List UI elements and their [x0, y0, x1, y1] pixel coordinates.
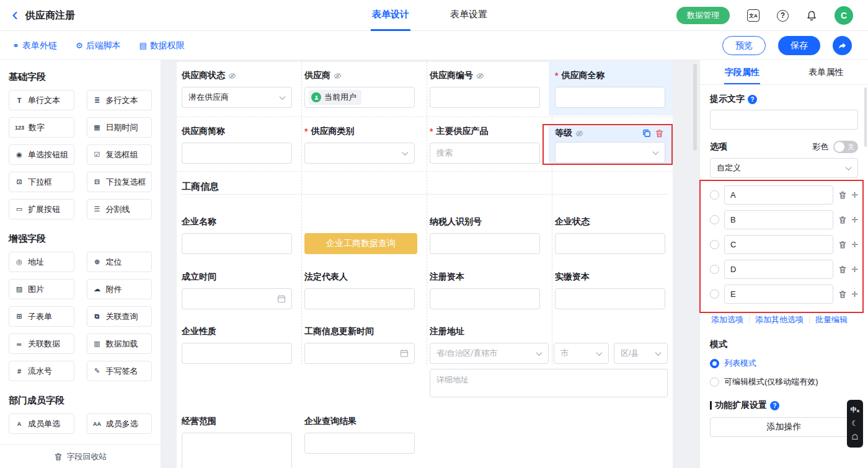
sidebar-field-item[interactable]: ☑复选框组 [87, 144, 153, 165]
bell-icon[interactable] [806, 10, 817, 21]
batch-edit-link[interactable]: 批量编辑 [810, 314, 853, 325]
translate-icon[interactable]: 文A [747, 9, 760, 22]
option-move-icon[interactable]: ✛ [851, 216, 858, 224]
city-select[interactable]: 市 [554, 343, 609, 364]
sidebar-field-item[interactable]: ⊟下拉复选框 [87, 172, 153, 192]
option-delete-icon[interactable] [838, 290, 847, 299]
option-move-icon[interactable]: ✛ [851, 191, 858, 199]
option-radio[interactable] [710, 240, 719, 249]
preview-button[interactable]: 预览 [722, 36, 766, 55]
option-move-icon[interactable]: ✛ [851, 241, 858, 249]
supplier-full-name-input[interactable] [555, 87, 665, 108]
avatar[interactable]: C [835, 6, 853, 25]
tab-form-settings[interactable]: 表单设置 [449, 0, 489, 31]
field-established-date[interactable]: 成立时间 [182, 271, 292, 309]
district-select[interactable]: 区/县 [614, 343, 668, 364]
option-radio[interactable] [710, 215, 719, 224]
add-option-link[interactable]: 添加选项 [710, 314, 749, 325]
sidebar-field-item[interactable]: ⊞子表单 [9, 306, 74, 327]
panel-scrollbar[interactable] [864, 87, 867, 147]
sidebar-field-item[interactable]: ∞关联数据 [9, 333, 74, 354]
option-radio[interactable] [710, 190, 719, 200]
copy-field-button[interactable] [640, 127, 653, 139]
field-company-nature[interactable]: 企业性质 [182, 325, 292, 364]
option-radio[interactable] [710, 265, 719, 274]
field-company-status[interactable]: 企业状态 [555, 216, 665, 254]
data-permission-link[interactable]: ▤数据权限 [140, 40, 185, 51]
save-button[interactable]: 保存 [778, 36, 820, 55]
sidebar-field-item[interactable]: ⊕定位 [87, 252, 153, 272]
address-detail-input[interactable]: 详细地址 [430, 369, 668, 397]
sidebar-field-item[interactable]: 123数字 [9, 117, 74, 138]
paid-capital-input[interactable] [555, 288, 665, 309]
option-delete-icon[interactable] [838, 265, 847, 274]
business-update-time-input[interactable] [304, 343, 415, 364]
option-delete-icon[interactable] [838, 216, 847, 224]
sidebar-field-item[interactable]: T单行文本 [9, 90, 74, 110]
color-toggle[interactable]: 关 [833, 141, 858, 153]
tax-id-input[interactable] [430, 233, 540, 254]
option-move-icon[interactable]: ✛ [851, 265, 858, 273]
established-date-input[interactable] [182, 288, 292, 309]
sidebar-field-item[interactable]: ▭扩展按钮 [9, 199, 74, 219]
sidebar-field-item[interactable]: ▦日期时间 [87, 117, 153, 138]
field-company-name[interactable]: 企业名称 [182, 216, 292, 254]
field-supplier-category[interactable]: *供应商类别 [304, 125, 415, 164]
field-query-result[interactable]: 企业查询结果 [304, 415, 415, 454]
company-status-input[interactable] [555, 233, 665, 254]
field-supplier-status[interactable]: 供应商状态 潜在供应商 [182, 69, 292, 108]
supplier-category-select[interactable] [304, 143, 415, 164]
supplier-input[interactable]: 当前用户 [304, 87, 415, 108]
field-supplier-code[interactable]: 供应商编号 [430, 69, 540, 108]
field-supplier-short-name[interactable]: 供应商简称 [182, 125, 292, 164]
grade-select[interactable] [555, 142, 665, 163]
back-button[interactable] [10, 11, 20, 20]
dark-mode-icon[interactable]: ☾ [852, 420, 859, 427]
option-delete-icon[interactable] [838, 241, 847, 249]
field-paid-capital[interactable]: 实缴资本 [555, 271, 665, 309]
tab-field-properties[interactable]: 字段属性 [700, 60, 784, 84]
business-scope-textarea[interactable] [182, 433, 292, 468]
option-text-input[interactable] [724, 185, 833, 205]
query-result-input[interactable] [304, 433, 415, 454]
option-text-input[interactable] [724, 210, 833, 229]
share-button[interactable] [833, 36, 852, 55]
sidebar-field-item[interactable]: ◎地址 [9, 252, 74, 272]
sidebar-field-item[interactable]: ⊡下拉框 [9, 172, 74, 192]
help-icon[interactable]: ? [748, 95, 757, 104]
sidebar-field-item[interactable]: ▨图片 [9, 279, 74, 299]
field-main-products[interactable]: *主要供应产品 搜索 [430, 125, 540, 164]
sidebar-field-item[interactable]: AA成员多选 [87, 413, 153, 434]
province-select[interactable]: 省/自治区/直辖市 [430, 343, 549, 364]
delete-field-button[interactable] [653, 127, 665, 139]
field-recycle-bin[interactable]: 字段回收站 [0, 444, 161, 468]
help-icon[interactable]: ? [770, 401, 779, 410]
field-business-update-time[interactable]: 工商信息更新时间 [304, 325, 415, 364]
main-products-input[interactable]: 搜索 [430, 143, 540, 164]
hint-text-input[interactable] [710, 110, 858, 130]
field-tax-id[interactable]: 纳税人识别号 [430, 216, 540, 254]
option-text-input[interactable] [724, 260, 833, 279]
supplier-status-select[interactable]: 潜在供应商 [182, 87, 292, 108]
option-text-input[interactable] [724, 235, 833, 254]
sidebar-field-item[interactable]: ☰分割线 [87, 199, 153, 219]
mode-list-option[interactable]: 列表模式 [710, 358, 858, 369]
sidebar-field-item[interactable]: A成员单选 [9, 413, 74, 434]
help-icon[interactable]: ? [777, 10, 789, 22]
option-delete-icon[interactable] [838, 191, 847, 200]
option-radio[interactable] [710, 289, 719, 299]
sidebar-field-item[interactable]: ◉单选按钮组 [9, 144, 74, 165]
company-name-input[interactable] [182, 233, 292, 254]
sidebar-field-item[interactable]: ⧉关联查询 [87, 306, 153, 327]
option-move-icon[interactable]: ✛ [851, 290, 858, 298]
field-supplier[interactable]: 供应商 当前用户 [304, 69, 415, 108]
sidebar-field-item[interactable]: #流水号 [9, 361, 74, 381]
supplier-short-name-input[interactable] [182, 143, 292, 164]
form-external-link[interactable]: ⚭表单外链 [12, 40, 57, 51]
sidebar-field-item[interactable]: ☁附件 [87, 279, 153, 299]
field-supplier-full-name[interactable]: *供应商全称 [555, 69, 665, 108]
option-text-input[interactable] [724, 285, 833, 304]
language-toggle-icon[interactable]: 中a [851, 407, 859, 413]
legal-person-input[interactable] [304, 288, 415, 309]
mode-editable-option[interactable]: 可编辑模式(仅移动端有效) [710, 376, 858, 387]
